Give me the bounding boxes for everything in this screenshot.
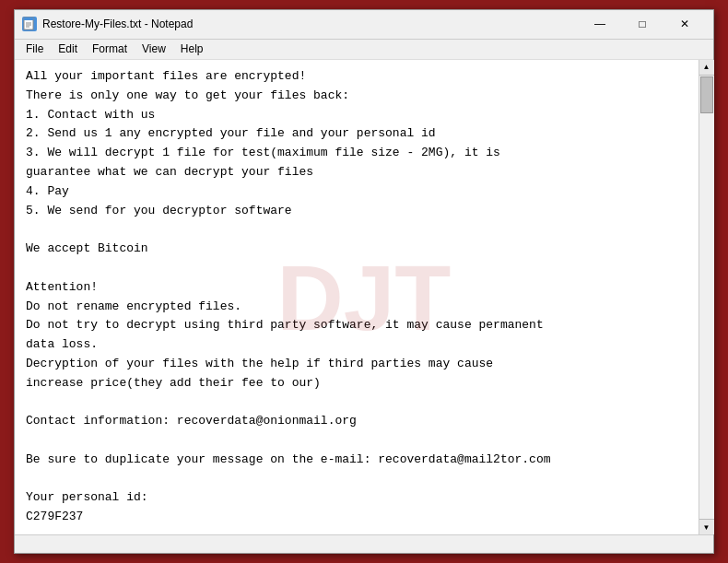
maximize-button[interactable]: □	[621, 9, 663, 39]
menu-format[interactable]: Format	[85, 41, 135, 57]
menu-file[interactable]: File	[18, 41, 51, 57]
minimize-button[interactable]: —	[579, 9, 621, 39]
status-bar	[15, 534, 713, 553]
close-button[interactable]: ✕	[663, 9, 706, 39]
scroll-thumb[interactable]	[700, 76, 713, 113]
title-bar: Restore-My-Files.txt - Notepad — □ ✕	[15, 10, 713, 40]
menu-edit[interactable]: Edit	[51, 41, 85, 57]
scrollbar: ▲ ▼	[699, 60, 713, 534]
text-editor[interactable]: All your important files are encrypted! …	[15, 60, 699, 534]
menu-view[interactable]: View	[135, 41, 173, 57]
notepad-window: Restore-My-Files.txt - Notepad — □ ✕ Fil…	[14, 9, 714, 554]
scroll-down-button[interactable]: ▼	[699, 519, 714, 534]
notepad-icon	[22, 17, 37, 31]
window-title: Restore-My-Files.txt - Notepad	[42, 18, 579, 30]
menu-bar: File Edit Format View Help	[15, 40, 713, 60]
window-controls: — □ ✕	[579, 9, 706, 39]
scroll-up-button[interactable]: ▲	[699, 60, 714, 76]
content-area: DJT All your important files are encrypt…	[15, 60, 713, 534]
svg-rect-1	[24, 18, 33, 20]
scroll-track[interactable]	[699, 76, 714, 519]
menu-help[interactable]: Help	[173, 41, 211, 57]
